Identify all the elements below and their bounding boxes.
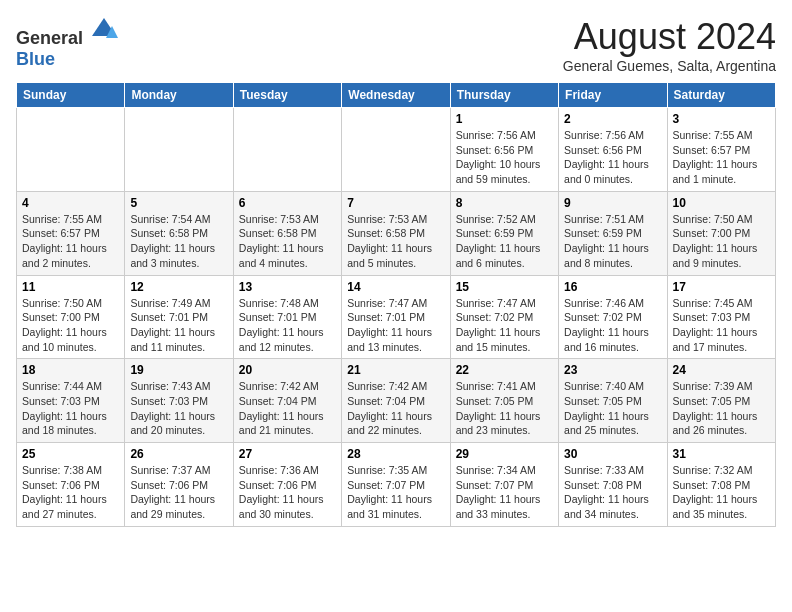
day-of-week-header: Monday xyxy=(125,83,233,108)
calendar-cell: 20Sunrise: 7:42 AM Sunset: 7:04 PM Dayli… xyxy=(233,359,341,443)
location-subtitle: General Guemes, Salta, Argentina xyxy=(563,58,776,74)
day-number: 12 xyxy=(130,280,227,294)
day-info: Sunrise: 7:36 AM Sunset: 7:06 PM Dayligh… xyxy=(239,463,336,522)
calendar-cell xyxy=(17,108,125,192)
calendar-cell: 22Sunrise: 7:41 AM Sunset: 7:05 PM Dayli… xyxy=(450,359,558,443)
day-number: 24 xyxy=(673,363,770,377)
day-info: Sunrise: 7:41 AM Sunset: 7:05 PM Dayligh… xyxy=(456,379,553,438)
day-info: Sunrise: 7:44 AM Sunset: 7:03 PM Dayligh… xyxy=(22,379,119,438)
day-of-week-header: Friday xyxy=(559,83,667,108)
calendar-cell: 10Sunrise: 7:50 AM Sunset: 7:00 PM Dayli… xyxy=(667,191,775,275)
calendar-cell xyxy=(342,108,450,192)
day-info: Sunrise: 7:35 AM Sunset: 7:07 PM Dayligh… xyxy=(347,463,444,522)
logo-icon xyxy=(90,16,118,44)
calendar-cell: 19Sunrise: 7:43 AM Sunset: 7:03 PM Dayli… xyxy=(125,359,233,443)
day-number: 18 xyxy=(22,363,119,377)
day-info: Sunrise: 7:47 AM Sunset: 7:02 PM Dayligh… xyxy=(456,296,553,355)
day-number: 17 xyxy=(673,280,770,294)
day-info: Sunrise: 7:42 AM Sunset: 7:04 PM Dayligh… xyxy=(347,379,444,438)
day-number: 1 xyxy=(456,112,553,126)
logo-blue: Blue xyxy=(16,49,55,69)
day-number: 8 xyxy=(456,196,553,210)
day-info: Sunrise: 7:47 AM Sunset: 7:01 PM Dayligh… xyxy=(347,296,444,355)
calendar-cell: 29Sunrise: 7:34 AM Sunset: 7:07 PM Dayli… xyxy=(450,443,558,527)
calendar-week-row: 25Sunrise: 7:38 AM Sunset: 7:06 PM Dayli… xyxy=(17,443,776,527)
day-info: Sunrise: 7:54 AM Sunset: 6:58 PM Dayligh… xyxy=(130,212,227,271)
day-number: 14 xyxy=(347,280,444,294)
calendar-cell xyxy=(233,108,341,192)
calendar-week-row: 11Sunrise: 7:50 AM Sunset: 7:00 PM Dayli… xyxy=(17,275,776,359)
day-info: Sunrise: 7:33 AM Sunset: 7:08 PM Dayligh… xyxy=(564,463,661,522)
day-of-week-header: Saturday xyxy=(667,83,775,108)
calendar-cell xyxy=(125,108,233,192)
day-of-week-header: Sunday xyxy=(17,83,125,108)
calendar-cell: 14Sunrise: 7:47 AM Sunset: 7:01 PM Dayli… xyxy=(342,275,450,359)
day-number: 30 xyxy=(564,447,661,461)
calendar-cell: 6Sunrise: 7:53 AM Sunset: 6:58 PM Daylig… xyxy=(233,191,341,275)
calendar-cell: 25Sunrise: 7:38 AM Sunset: 7:06 PM Dayli… xyxy=(17,443,125,527)
day-number: 23 xyxy=(564,363,661,377)
day-of-week-header: Thursday xyxy=(450,83,558,108)
day-info: Sunrise: 7:48 AM Sunset: 7:01 PM Dayligh… xyxy=(239,296,336,355)
day-number: 16 xyxy=(564,280,661,294)
calendar-cell: 28Sunrise: 7:35 AM Sunset: 7:07 PM Dayli… xyxy=(342,443,450,527)
calendar-cell: 24Sunrise: 7:39 AM Sunset: 7:05 PM Dayli… xyxy=(667,359,775,443)
day-number: 13 xyxy=(239,280,336,294)
day-number: 9 xyxy=(564,196,661,210)
day-number: 4 xyxy=(22,196,119,210)
day-info: Sunrise: 7:52 AM Sunset: 6:59 PM Dayligh… xyxy=(456,212,553,271)
day-number: 22 xyxy=(456,363,553,377)
calendar-cell: 4Sunrise: 7:55 AM Sunset: 6:57 PM Daylig… xyxy=(17,191,125,275)
calendar-cell: 17Sunrise: 7:45 AM Sunset: 7:03 PM Dayli… xyxy=(667,275,775,359)
day-number: 26 xyxy=(130,447,227,461)
day-number: 10 xyxy=(673,196,770,210)
day-number: 11 xyxy=(22,280,119,294)
day-info: Sunrise: 7:46 AM Sunset: 7:02 PM Dayligh… xyxy=(564,296,661,355)
day-info: Sunrise: 7:49 AM Sunset: 7:01 PM Dayligh… xyxy=(130,296,227,355)
calendar-cell: 18Sunrise: 7:44 AM Sunset: 7:03 PM Dayli… xyxy=(17,359,125,443)
day-number: 20 xyxy=(239,363,336,377)
calendar-cell: 31Sunrise: 7:32 AM Sunset: 7:08 PM Dayli… xyxy=(667,443,775,527)
calendar-week-row: 18Sunrise: 7:44 AM Sunset: 7:03 PM Dayli… xyxy=(17,359,776,443)
calendar-table: SundayMondayTuesdayWednesdayThursdayFrid… xyxy=(16,82,776,527)
day-number: 3 xyxy=(673,112,770,126)
calendar-cell: 3Sunrise: 7:55 AM Sunset: 6:57 PM Daylig… xyxy=(667,108,775,192)
calendar-cell: 15Sunrise: 7:47 AM Sunset: 7:02 PM Dayli… xyxy=(450,275,558,359)
calendar-cell: 21Sunrise: 7:42 AM Sunset: 7:04 PM Dayli… xyxy=(342,359,450,443)
day-info: Sunrise: 7:56 AM Sunset: 6:56 PM Dayligh… xyxy=(564,128,661,187)
day-number: 27 xyxy=(239,447,336,461)
title-block: August 2024 General Guemes, Salta, Argen… xyxy=(563,16,776,74)
calendar-cell: 1Sunrise: 7:56 AM Sunset: 6:56 PM Daylig… xyxy=(450,108,558,192)
calendar-cell: 30Sunrise: 7:33 AM Sunset: 7:08 PM Dayli… xyxy=(559,443,667,527)
day-number: 5 xyxy=(130,196,227,210)
day-number: 29 xyxy=(456,447,553,461)
calendar-cell: 13Sunrise: 7:48 AM Sunset: 7:01 PM Dayli… xyxy=(233,275,341,359)
day-number: 31 xyxy=(673,447,770,461)
day-number: 15 xyxy=(456,280,553,294)
calendar-cell: 12Sunrise: 7:49 AM Sunset: 7:01 PM Dayli… xyxy=(125,275,233,359)
calendar-cell: 2Sunrise: 7:56 AM Sunset: 6:56 PM Daylig… xyxy=(559,108,667,192)
calendar-cell: 16Sunrise: 7:46 AM Sunset: 7:02 PM Dayli… xyxy=(559,275,667,359)
calendar-cell: 9Sunrise: 7:51 AM Sunset: 6:59 PM Daylig… xyxy=(559,191,667,275)
day-info: Sunrise: 7:45 AM Sunset: 7:03 PM Dayligh… xyxy=(673,296,770,355)
calendar-cell: 5Sunrise: 7:54 AM Sunset: 6:58 PM Daylig… xyxy=(125,191,233,275)
day-info: Sunrise: 7:38 AM Sunset: 7:06 PM Dayligh… xyxy=(22,463,119,522)
day-info: Sunrise: 7:55 AM Sunset: 6:57 PM Dayligh… xyxy=(22,212,119,271)
day-info: Sunrise: 7:56 AM Sunset: 6:56 PM Dayligh… xyxy=(456,128,553,187)
calendar-cell: 26Sunrise: 7:37 AM Sunset: 7:06 PM Dayli… xyxy=(125,443,233,527)
day-number: 28 xyxy=(347,447,444,461)
page-header: General Blue August 2024 General Guemes,… xyxy=(16,16,776,74)
day-of-week-header: Wednesday xyxy=(342,83,450,108)
calendar-cell: 7Sunrise: 7:53 AM Sunset: 6:58 PM Daylig… xyxy=(342,191,450,275)
day-info: Sunrise: 7:37 AM Sunset: 7:06 PM Dayligh… xyxy=(130,463,227,522)
day-number: 19 xyxy=(130,363,227,377)
day-info: Sunrise: 7:53 AM Sunset: 6:58 PM Dayligh… xyxy=(239,212,336,271)
day-number: 2 xyxy=(564,112,661,126)
day-info: Sunrise: 7:32 AM Sunset: 7:08 PM Dayligh… xyxy=(673,463,770,522)
day-info: Sunrise: 7:34 AM Sunset: 7:07 PM Dayligh… xyxy=(456,463,553,522)
day-number: 6 xyxy=(239,196,336,210)
day-info: Sunrise: 7:43 AM Sunset: 7:03 PM Dayligh… xyxy=(130,379,227,438)
day-number: 25 xyxy=(22,447,119,461)
day-info: Sunrise: 7:39 AM Sunset: 7:05 PM Dayligh… xyxy=(673,379,770,438)
day-info: Sunrise: 7:53 AM Sunset: 6:58 PM Dayligh… xyxy=(347,212,444,271)
